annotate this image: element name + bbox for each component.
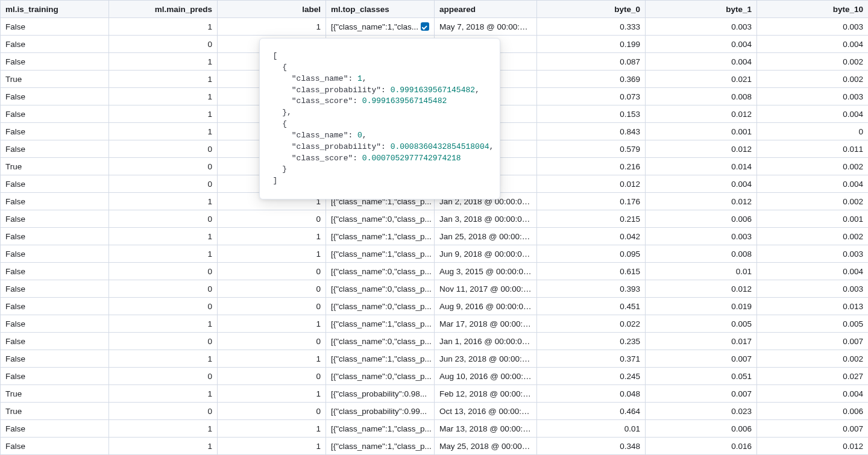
cell-is-training[interactable]: False bbox=[1, 140, 109, 158]
table-row[interactable]: False11[{"class_name":1,"clas...May 7, 2… bbox=[1, 18, 869, 36]
cell-main-preds[interactable]: 0 bbox=[109, 298, 218, 315]
cell-top-classes[interactable]: [{"class_name":1,"class_p... bbox=[326, 350, 435, 368]
cell-main-preds[interactable]: 1 bbox=[109, 350, 218, 368]
cell-top-classes[interactable]: [{"class_name":1,"class_p... bbox=[326, 228, 435, 245]
cell-byte-0[interactable]: 0.579 bbox=[537, 140, 646, 158]
cell-is-training[interactable]: False bbox=[1, 350, 109, 368]
table-row[interactable]: True00[{"class_probability":0.99...Oct 1… bbox=[1, 403, 869, 420]
cell-byte-0[interactable]: 0.369 bbox=[537, 71, 646, 88]
cell-top-classes[interactable]: [{"class_name":1,"class_p... bbox=[326, 438, 435, 455]
cell-appeared[interactable]: May 7, 2018 @ 00:00:00.... bbox=[435, 18, 537, 36]
cell-byte-10[interactable]: 0.004 bbox=[757, 263, 869, 280]
cell-byte-1[interactable]: 0.017 bbox=[646, 333, 757, 350]
cell-main-preds[interactable]: 1 bbox=[109, 123, 218, 140]
cell-is-training[interactable]: False bbox=[1, 36, 109, 53]
table-row[interactable]: False11[{"class_name":1,"class_p...Jan 2… bbox=[1, 228, 869, 245]
cell-byte-10[interactable]: 0.002 bbox=[757, 350, 869, 368]
cell-byte-1[interactable]: 0.001 bbox=[646, 123, 757, 140]
col-header-byte-10[interactable]: byte_10 bbox=[757, 1, 869, 18]
cell-main-preds[interactable]: 1 bbox=[109, 245, 218, 263]
cell-byte-1[interactable]: 0.014 bbox=[646, 158, 757, 175]
cell-byte-10[interactable]: 0.004 bbox=[757, 385, 869, 403]
cell-byte-1[interactable]: 0.004 bbox=[646, 175, 757, 193]
cell-byte-0[interactable]: 0.176 bbox=[537, 193, 646, 210]
cell-label[interactable]: 0 bbox=[218, 280, 326, 298]
cell-main-preds[interactable]: 1 bbox=[109, 438, 218, 455]
cell-byte-1[interactable]: 0.003 bbox=[646, 228, 757, 245]
cell-byte-10[interactable]: 0.006 bbox=[757, 403, 869, 420]
cell-appeared[interactable]: Aug 3, 2015 @ 00:00:00.0... bbox=[435, 263, 537, 280]
cell-is-training[interactable]: True bbox=[1, 403, 109, 420]
cell-byte-1[interactable]: 0.007 bbox=[646, 350, 757, 368]
cell-byte-10[interactable]: 0 bbox=[757, 123, 869, 140]
cell-byte-10[interactable]: 0.003 bbox=[757, 245, 869, 263]
cell-is-training[interactable]: False bbox=[1, 18, 109, 36]
cell-is-training[interactable]: False bbox=[1, 298, 109, 315]
cell-byte-10[interactable]: 0.012 bbox=[757, 438, 869, 455]
cell-byte-1[interactable]: 0.051 bbox=[646, 368, 757, 385]
cell-main-preds[interactable]: 1 bbox=[109, 18, 218, 36]
cell-main-preds[interactable]: 1 bbox=[109, 420, 218, 438]
cell-top-classes[interactable]: [{"class_name":0,"class_p... bbox=[326, 210, 435, 228]
cell-appeared[interactable]: Aug 10, 2016 @ 00:00:00.... bbox=[435, 368, 537, 385]
cell-label[interactable]: 0 bbox=[218, 263, 326, 280]
cell-main-preds[interactable]: 0 bbox=[109, 36, 218, 53]
cell-byte-0[interactable]: 0.215 bbox=[537, 210, 646, 228]
table-row[interactable]: False11[{"class_name":1,"class_p...Jun 2… bbox=[1, 350, 869, 368]
cell-main-preds[interactable]: 1 bbox=[109, 228, 218, 245]
checkmark-badge-icon[interactable] bbox=[421, 22, 429, 31]
cell-main-preds[interactable]: 0 bbox=[109, 368, 218, 385]
cell-byte-0[interactable]: 0.095 bbox=[537, 245, 646, 263]
col-header-byte-0[interactable]: byte_0 bbox=[537, 1, 646, 18]
table-row[interactable]: False00[{"class_name":0,"class_p...Aug 9… bbox=[1, 298, 869, 315]
cell-main-preds[interactable]: 0 bbox=[109, 158, 218, 175]
cell-byte-0[interactable]: 0.615 bbox=[537, 263, 646, 280]
cell-byte-10[interactable]: 0.003 bbox=[757, 88, 869, 105]
cell-top-classes[interactable]: [{"class_name":1,"class_p... bbox=[326, 245, 435, 263]
cell-is-training[interactable]: False bbox=[1, 420, 109, 438]
cell-byte-10[interactable]: 0.002 bbox=[757, 71, 869, 88]
cell-byte-1[interactable]: 0.007 bbox=[646, 385, 757, 403]
cell-top-classes[interactable]: [{"class_name":1,"class_p... bbox=[326, 420, 435, 438]
col-header-appeared[interactable]: appeared bbox=[435, 1, 537, 18]
cell-byte-1[interactable]: 0.006 bbox=[646, 420, 757, 438]
cell-byte-1[interactable]: 0.01 bbox=[646, 263, 757, 280]
cell-byte-1[interactable]: 0.012 bbox=[646, 140, 757, 158]
cell-top-classes[interactable]: [{"class_probability":0.98... bbox=[326, 385, 435, 403]
cell-label[interactable]: 1 bbox=[218, 245, 326, 263]
table-row[interactable]: False00[{"class_name":0,"class_p...Jan 1… bbox=[1, 333, 869, 350]
cell-main-preds[interactable]: 0 bbox=[109, 175, 218, 193]
cell-byte-1[interactable]: 0.006 bbox=[646, 210, 757, 228]
table-row[interactable]: False11[{"class_name":1,"class_p...Mar 1… bbox=[1, 420, 869, 438]
cell-is-training[interactable]: False bbox=[1, 123, 109, 140]
cell-top-classes[interactable]: [{"class_name":0,"class_p... bbox=[326, 368, 435, 385]
cell-byte-10[interactable]: 0.002 bbox=[757, 193, 869, 210]
col-header-main-preds[interactable]: ml.main_preds bbox=[109, 1, 218, 18]
cell-is-training[interactable]: False bbox=[1, 315, 109, 333]
cell-top-classes[interactable]: [{"class_name":0,"class_p... bbox=[326, 298, 435, 315]
cell-byte-10[interactable]: 0.004 bbox=[757, 175, 869, 193]
cell-main-preds[interactable]: 0 bbox=[109, 280, 218, 298]
table-row[interactable]: False11[{"class_name":1,"class_p...May 2… bbox=[1, 438, 869, 455]
cell-is-training[interactable]: True bbox=[1, 71, 109, 88]
cell-main-preds[interactable]: 0 bbox=[109, 333, 218, 350]
cell-main-preds[interactable]: 1 bbox=[109, 71, 218, 88]
cell-byte-1[interactable]: 0.012 bbox=[646, 105, 757, 123]
cell-byte-10[interactable]: 0.004 bbox=[757, 36, 869, 53]
cell-byte-0[interactable]: 0.087 bbox=[537, 53, 646, 71]
cell-top-classes[interactable]: [{"class_name":0,"class_p... bbox=[326, 263, 435, 280]
cell-byte-1[interactable]: 0.004 bbox=[646, 36, 757, 53]
cell-is-training[interactable]: False bbox=[1, 245, 109, 263]
cell-byte-0[interactable]: 0.235 bbox=[537, 333, 646, 350]
col-header-label[interactable]: label bbox=[218, 1, 326, 18]
cell-byte-10[interactable]: 0.011 bbox=[757, 140, 869, 158]
cell-appeared[interactable]: Jan 1, 2016 @ 00:00:00.0... bbox=[435, 333, 537, 350]
cell-byte-10[interactable]: 0.005 bbox=[757, 315, 869, 333]
cell-label[interactable]: 0 bbox=[218, 368, 326, 385]
cell-appeared[interactable]: Feb 12, 2018 @ 00:00:00.... bbox=[435, 385, 537, 403]
cell-label[interactable]: 0 bbox=[218, 333, 326, 350]
cell-byte-1[interactable]: 0.012 bbox=[646, 280, 757, 298]
cell-is-training[interactable]: False bbox=[1, 88, 109, 105]
cell-is-training[interactable]: False bbox=[1, 333, 109, 350]
cell-byte-10[interactable]: 0.003 bbox=[757, 18, 869, 36]
